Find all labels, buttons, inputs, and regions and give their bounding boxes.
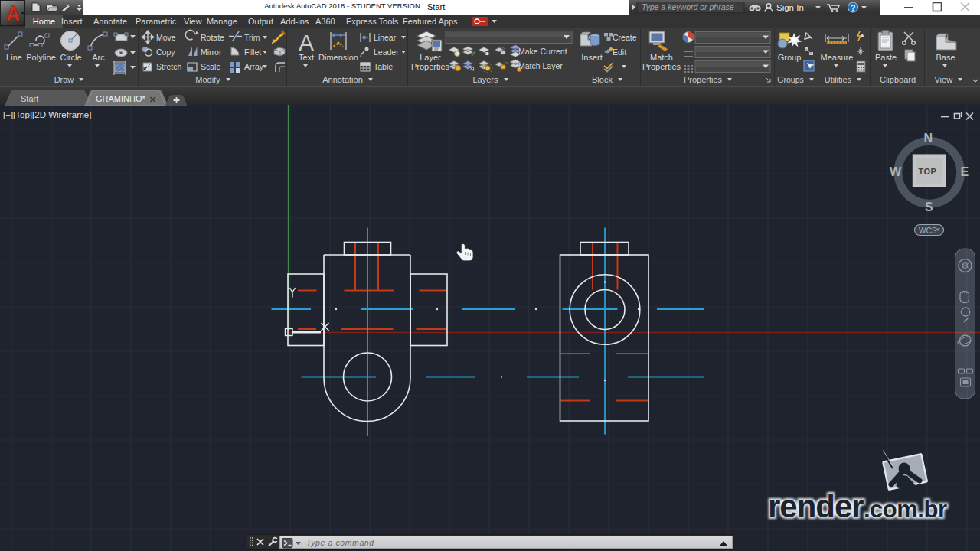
svg-text:WCS: WCS xyxy=(919,227,937,235)
svg-text:W: W xyxy=(890,165,902,178)
svg-text:Sign In: Sign In xyxy=(776,3,804,12)
svg-text:A: A xyxy=(299,30,314,55)
svg-text:Type a keyword or phrase: Type a keyword or phrase xyxy=(642,2,734,11)
svg-text:TOP: TOP xyxy=(919,167,937,176)
svg-text:GRAMINHO*: GRAMINHO* xyxy=(96,94,146,103)
svg-text:render: render xyxy=(768,488,864,524)
svg-text:[−][Top][2D Wireframe]: [−][Top][2D Wireframe] xyxy=(3,110,91,119)
svg-text:Start: Start xyxy=(21,94,38,103)
svg-text:E: E xyxy=(961,165,969,178)
svg-text:?: ? xyxy=(851,3,855,12)
svg-text:N: N xyxy=(924,132,933,145)
svg-text:.com.br: .com.br xyxy=(864,496,947,523)
svg-text:S: S xyxy=(925,201,933,214)
